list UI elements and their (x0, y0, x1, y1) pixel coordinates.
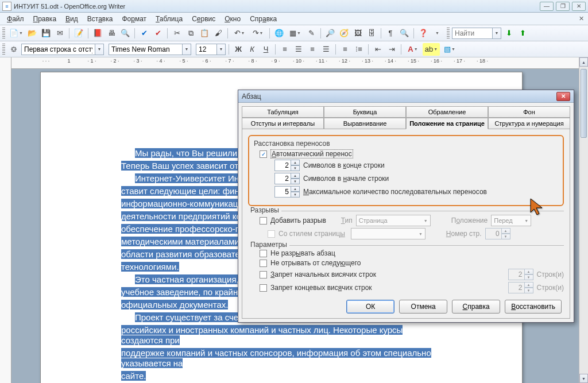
print-button[interactable]: 🖶 (105, 27, 118, 40)
auto-hyphenation-checkbox[interactable]: ✓ (260, 150, 267, 158)
spellcheck-button[interactable]: ✔ (138, 27, 150, 40)
chars-end-input[interactable] (274, 160, 291, 171)
vertical-scrollbar[interactable]: ▲ ▼ (579, 57, 588, 383)
tab-alignment[interactable]: Выравнивание (324, 118, 406, 129)
bullets-button[interactable]: ⁝≡ (353, 43, 365, 56)
table-button[interactable]: ▦▼ (287, 27, 304, 40)
cut-button[interactable]: ✂ (171, 27, 183, 40)
find-input[interactable] (452, 28, 492, 39)
help-dialog-button[interactable]: Справка (452, 300, 500, 314)
new-button[interactable]: 📄▼ (7, 27, 25, 40)
keep-together-checkbox[interactable] (260, 250, 267, 257)
cancel-button[interactable]: Отмена (399, 300, 447, 314)
navigator-button[interactable]: 🧭 (338, 27, 350, 40)
menu-tools[interactable]: Сервис (187, 14, 220, 24)
align-right-button[interactable]: ≡ (306, 43, 319, 56)
italic-button[interactable]: К (246, 43, 258, 56)
menu-window[interactable]: Окно (220, 14, 245, 24)
find-dropdown[interactable]: ▼ (492, 28, 501, 39)
keep-next-checkbox[interactable] (260, 260, 267, 267)
increase-indent-button[interactable]: ⇥ (385, 43, 398, 56)
open-button[interactable]: 📂 (26, 27, 38, 40)
font-name-dropdown[interactable]: ▼ (182, 44, 191, 55)
background-color-button[interactable]: ▧▼ (441, 43, 458, 56)
zoom-button[interactable]: 🔍 (398, 27, 411, 40)
paste-button[interactable]: 📋 (198, 27, 211, 40)
font-name-input[interactable] (109, 44, 182, 55)
max-consec-spinner[interactable]: ▲▼ (274, 186, 300, 198)
vertical-ruler[interactable] (0, 57, 11, 383)
font-size-dropdown[interactable]: ▼ (216, 44, 226, 55)
align-left-button[interactable]: ≡ (278, 43, 291, 56)
redo-button[interactable]: ↷▼ (249, 27, 266, 40)
numbering-button[interactable]: ≡ (339, 43, 351, 56)
horizontal-ruler[interactable]: 1· · · · 1 ·· 2 · · 3 ·· 4 · · 5 ·· 6 · … (11, 57, 588, 69)
help-button[interactable]: ❓ (417, 27, 430, 40)
datasources-button[interactable]: 🗄 (365, 27, 378, 40)
scroll-down-button[interactable]: ▼ (579, 374, 588, 383)
menu-insert[interactable]: Вставка (83, 14, 118, 24)
window-restore-button[interactable]: ❐ (556, 2, 570, 11)
paragraph-style-combo[interactable]: ▼ (21, 44, 104, 55)
save-button[interactable]: 💾 (40, 27, 52, 40)
scroll-thumb[interactable] (581, 69, 587, 138)
document-close-button[interactable]: ✕ (577, 14, 586, 23)
export-pdf-button[interactable]: 📕 (91, 27, 104, 40)
font-color-button[interactable]: A▼ (404, 43, 421, 56)
widow-checkbox[interactable] (260, 271, 267, 278)
find-replace-button[interactable]: 🔎 (324, 27, 336, 40)
format-paintbrush-button[interactable]: 🖌 (212, 27, 225, 40)
menu-format[interactable]: Формат (117, 14, 151, 24)
menu-edit[interactable]: Правка (29, 14, 61, 24)
tab-background[interactable]: Фон (488, 106, 570, 118)
reset-button[interactable]: Восстановить (505, 300, 562, 314)
toolbar-grip[interactable] (2, 28, 5, 39)
tab-borders[interactable]: Обрамление (406, 106, 488, 118)
bold-button[interactable]: Ж (232, 43, 245, 56)
orphan-checkbox[interactable] (260, 284, 267, 292)
find-combo[interactable]: ▼ (452, 28, 501, 39)
hyperlink-button[interactable]: 🌐 (273, 27, 285, 40)
styles-button[interactable]: ⯐ (7, 43, 20, 56)
underline-button[interactable]: Ч (260, 43, 272, 56)
add-break-checkbox[interactable] (260, 217, 267, 225)
window-close-button[interactable]: ✕ (572, 2, 586, 11)
autospellcheck-button[interactable]: ✔ (152, 27, 164, 40)
tab-dropcaps[interactable]: Буквица (324, 106, 406, 118)
extra-button[interactable]: ▼ (431, 27, 443, 40)
chars-start-input[interactable] (274, 173, 291, 184)
menu-view[interactable]: Вид (61, 14, 83, 24)
email-button[interactable]: ✉ (53, 27, 66, 40)
menu-table[interactable]: Таблица (151, 14, 187, 24)
gallery-button[interactable]: 🖼 (351, 27, 364, 40)
menu-help[interactable]: Справка (245, 14, 281, 24)
toolbar-grip-2[interactable] (447, 28, 450, 39)
paragraph-style-dropdown[interactable]: ▼ (95, 44, 104, 55)
dialog-titlebar[interactable]: Абзац ✕ (238, 90, 574, 103)
font-name-combo[interactable]: ▼ (109, 44, 191, 55)
show-draw-button[interactable]: ✎ (305, 27, 318, 40)
dialog-close-button[interactable]: ✕ (556, 92, 570, 101)
ok-button[interactable]: ОК (346, 300, 394, 314)
tab-indents[interactable]: Отступы и интервалы (242, 118, 324, 129)
window-minimize-button[interactable]: — (540, 2, 554, 11)
tab-outline[interactable]: Структура и нумерация (488, 118, 570, 129)
toolbar-grip-3[interactable] (2, 44, 5, 55)
highlight-button[interactable]: ab▼ (423, 43, 440, 56)
align-center-button[interactable]: ☰ (292, 43, 305, 56)
max-consec-input[interactable] (274, 186, 291, 198)
find-prev-button[interactable]: ⬆ (516, 27, 529, 40)
font-size-input[interactable] (196, 44, 216, 55)
find-next-button[interactable]: ⬇ (502, 27, 515, 40)
scroll-up-button[interactable]: ▲ (579, 57, 588, 67)
paragraph-style-input[interactable] (21, 44, 95, 55)
chars-end-spinner[interactable]: ▲▼ (274, 160, 300, 171)
tab-textflow[interactable]: Положение на странице (406, 118, 488, 129)
print-preview-button[interactable]: 🔍 (119, 27, 131, 40)
tab-tabulation[interactable]: Табуляция (242, 106, 324, 118)
undo-button[interactable]: ↶▼ (231, 27, 248, 40)
align-justify-button[interactable]: ☰ (320, 43, 332, 56)
nonprinting-button[interactable]: ¶ (384, 27, 397, 40)
edit-file-button[interactable]: 📝 (72, 27, 85, 40)
decrease-indent-button[interactable]: ⇤ (372, 43, 384, 56)
